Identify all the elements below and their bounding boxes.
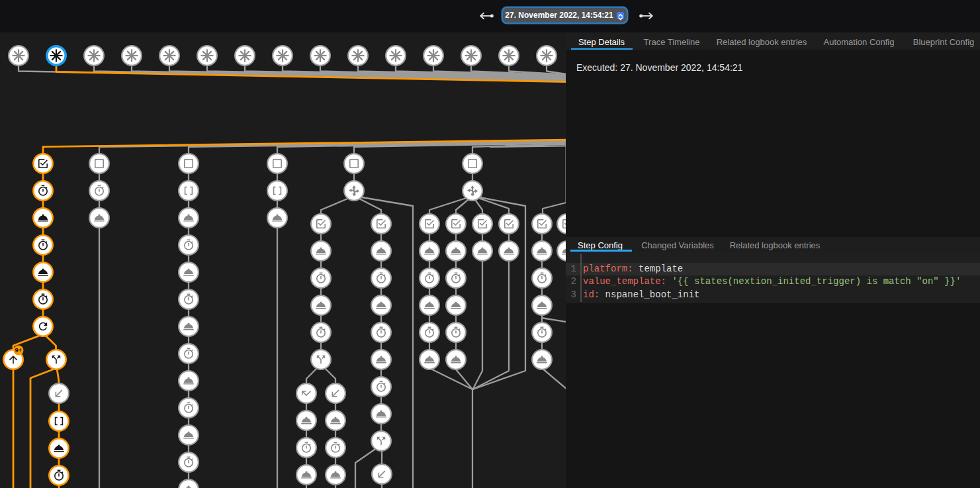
svg-text:9+: 9+: [15, 346, 22, 354]
